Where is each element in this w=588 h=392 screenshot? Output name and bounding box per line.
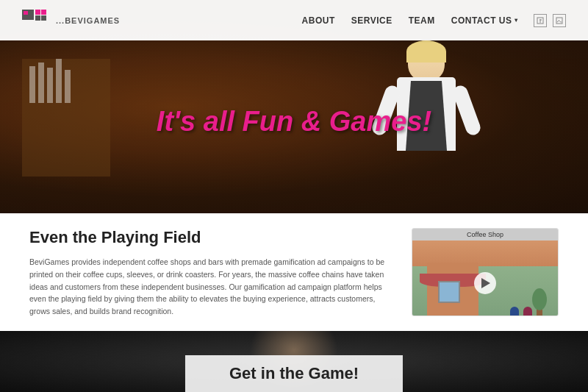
svg-rect-1 (35, 10, 40, 15)
middle-body: BeviGames provides independent coffee sh… (29, 256, 390, 318)
twitter-icon[interactable] (553, 14, 566, 27)
nav-contact[interactable]: CONTACT US ▾ (451, 15, 517, 26)
bottom-card: Get in the Game! (185, 355, 403, 392)
middle-section: Even the Playing Field BeviGames provide… (0, 213, 588, 331)
play-button[interactable] (474, 272, 496, 294)
cartoon-figures (510, 299, 532, 316)
bottom-background: Get in the Game! (0, 331, 588, 392)
cartoon-tree (532, 288, 547, 316)
logo-icon (22, 10, 50, 32)
nav-about[interactable]: ABOUT (302, 15, 335, 26)
cartoon-window (438, 281, 460, 303)
logo-text: ...BEVIGAMES (56, 16, 120, 25)
video-scene (412, 240, 558, 316)
bottom-title: Get in the Game! (229, 364, 359, 383)
social-icons (534, 14, 566, 27)
header: ...BEVIGAMES ABOUT SERVICE TEAM CONTACT … (0, 0, 588, 40)
facebook-icon[interactable] (534, 14, 547, 27)
shelf-decoration (22, 59, 110, 177)
middle-text-block: Even the Playing Field BeviGames provide… (29, 228, 390, 316)
nav-service[interactable]: SERVICE (351, 15, 392, 26)
svg-rect-4 (41, 15, 46, 21)
play-icon (481, 278, 490, 288)
hero-overlay: It's all Fun & Games! (157, 106, 431, 138)
video-title: Coffee Shop (412, 229, 558, 240)
hero-tagline: It's all Fun & Games! (157, 106, 431, 138)
middle-title: Even the Playing Field (29, 228, 390, 247)
svg-rect-3 (35, 15, 40, 21)
svg-rect-2 (41, 10, 46, 15)
bottom-section: Get in the Game! (0, 331, 588, 392)
nav-team[interactable]: TEAM (409, 15, 435, 26)
svg-rect-5 (24, 11, 28, 15)
chevron-down-icon: ▾ (514, 17, 518, 24)
logo[interactable]: ...BEVIGAMES (22, 10, 120, 32)
nav: ABOUT SERVICE TEAM CONTACT US ▾ (302, 14, 566, 27)
video-thumbnail[interactable]: Coffee Shop (412, 228, 559, 316)
